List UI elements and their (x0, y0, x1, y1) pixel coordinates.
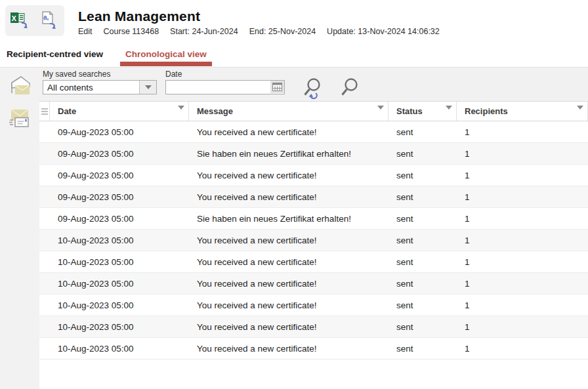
table-row[interactable]: 09-Aug-2023 05:00 Sie haben ein neues Ze… (39, 208, 588, 230)
filter-arrow-icon[interactable] (577, 110, 583, 119)
row-message: You received a new certificate! (189, 235, 388, 245)
row-recipients: 1 (457, 171, 588, 180)
row-recipients: 1 (457, 279, 588, 289)
table-row[interactable]: 10-Aug-2023 05:00 You received a new cer… (39, 338, 588, 359)
column-header-status[interactable]: Status (388, 102, 457, 121)
calendar-icon[interactable] (270, 81, 284, 93)
table-row[interactable]: 10-Aug-2023 05:00 You received a new cer… (39, 295, 588, 316)
saved-searches-field: My saved searches All contents (43, 70, 157, 94)
row-status: sent (388, 279, 457, 289)
row-recipients: 1 (457, 300, 588, 310)
row-status: sent (388, 322, 457, 332)
search-button[interactable] (340, 77, 360, 101)
row-status: sent (388, 192, 457, 202)
row-date: 10-Aug-2023 05:00 (50, 279, 189, 289)
edit-link[interactable]: Edit (78, 27, 93, 36)
row-status: sent (388, 171, 457, 180)
course-end: End: 25-Nov-2024 (249, 27, 316, 36)
row-message: You received a new certificate! (189, 322, 388, 332)
row-status: sent (388, 149, 457, 159)
sidebar-item-new-message[interactable] (5, 73, 34, 101)
table-row[interactable]: 10-Aug-2023 05:00 You received a new cer… (39, 251, 588, 273)
row-recipients: 1 (457, 127, 588, 137)
row-date: 09-Aug-2023 05:00 (50, 171, 189, 180)
table-row[interactable]: 09-Aug-2023 05:00 Sie haben ein neues Ze… (39, 143, 588, 165)
chevron-down-icon[interactable] (139, 81, 156, 94)
row-date: 09-Aug-2023 05:00 (50, 214, 189, 224)
row-recipients: 1 (457, 322, 588, 332)
row-message: You received a new certificate! (189, 279, 388, 289)
search-icon (340, 91, 360, 101)
row-status: sent (388, 257, 457, 267)
saved-searches-value: All contents (43, 81, 139, 94)
table-row[interactable]: 10-Aug-2023 05:00 You received a new cer… (39, 273, 588, 295)
column-header-date[interactable]: Date (50, 102, 189, 121)
tab-chronological-view[interactable]: Chronological view (119, 41, 213, 67)
course-start: Start: 24-Jun-2024 (170, 27, 238, 36)
filter-arrow-icon[interactable] (446, 110, 452, 119)
text-export-icon: a, (39, 10, 59, 31)
row-status: sent (388, 300, 457, 310)
course-update: Update: 13-Nov-2024 14:06:32 (327, 27, 440, 36)
row-recipients: 1 (457, 192, 588, 202)
row-recipients: 1 (457, 149, 588, 159)
row-recipients: 1 (457, 344, 588, 354)
envelope-letter-icon (7, 106, 33, 133)
saved-searches-select[interactable]: All contents (43, 80, 157, 94)
date-input[interactable] (165, 80, 285, 94)
view-tabs: Recipient-centred view Chronological vie… (0, 41, 588, 68)
row-recipients: 1 (457, 235, 588, 245)
column-label-recipients: Recipients (465, 106, 508, 116)
date-field: Date (165, 70, 285, 94)
row-date: 09-Aug-2023 05:00 (50, 192, 189, 202)
page-header: X a, Lean Management (0, 0, 588, 41)
row-message: You received a new certificate! (189, 257, 388, 267)
excel-export-icon: X (10, 10, 31, 31)
search-reset-icon (302, 91, 323, 101)
row-date: 10-Aug-2023 05:00 (50, 344, 189, 354)
svg-text:a,: a, (43, 14, 49, 21)
export-excel-button[interactable]: X (9, 10, 32, 32)
row-message: You received a new certificate! (189, 300, 388, 310)
course-meta: Edit Course 113468 Start: 24-Jun-2024 En… (78, 27, 440, 36)
search-reset-button[interactable] (302, 77, 323, 101)
filter-arrow-icon[interactable] (178, 110, 184, 119)
export-text-button[interactable]: a, (37, 10, 61, 32)
table-menu-button[interactable] (39, 102, 50, 121)
row-message: You received a new certificate! (189, 344, 388, 354)
row-date: 10-Aug-2023 05:00 (50, 257, 189, 267)
row-message: You received a new certificate! (189, 171, 388, 180)
saved-searches-label: My saved searches (43, 70, 157, 79)
sidebar-item-sent-messages[interactable] (5, 106, 34, 133)
row-status: sent (388, 344, 457, 354)
menu-icon (41, 107, 48, 116)
row-date: 09-Aug-2023 05:00 (50, 127, 189, 137)
row-message: Sie haben ein neues Zertifikat erhalten! (189, 214, 388, 224)
row-date: 10-Aug-2023 05:00 (50, 300, 189, 310)
date-label: Date (165, 70, 285, 79)
row-recipients: 1 (457, 214, 588, 224)
table-body: 09-Aug-2023 05:00 You received a new cer… (39, 121, 588, 359)
export-toolbar: X a, (5, 5, 64, 36)
table-row[interactable]: 10-Aug-2023 05:00 You received a new cer… (39, 230, 588, 251)
table-row[interactable]: 09-Aug-2023 05:00 You received a new cer… (39, 121, 588, 143)
column-label-date: Date (58, 106, 76, 116)
row-status: sent (388, 235, 457, 245)
table-row[interactable]: 09-Aug-2023 05:00 You received a new cer… (39, 186, 588, 208)
column-label-status: Status (396, 106, 423, 116)
tab-recipient-centred-view[interactable]: Recipient-centred view (0, 41, 110, 67)
filter-arrow-icon[interactable] (377, 110, 384, 119)
column-header-message[interactable]: Message (189, 102, 388, 121)
row-date: 10-Aug-2023 05:00 (50, 235, 189, 245)
sidebar (0, 68, 39, 389)
course-id: Course 113468 (104, 27, 159, 36)
row-message: Sie haben ein neues Zertifikat erhalten! (189, 149, 388, 159)
filter-bar: My saved searches All contents Date (39, 68, 588, 102)
table-row[interactable]: 10-Aug-2023 05:00 You received a new cer… (39, 316, 588, 338)
table-row[interactable]: 09-Aug-2023 05:00 You received a new cer… (39, 165, 588, 186)
row-status: sent (388, 127, 457, 137)
table-header: Date Message Status Recipients (39, 102, 588, 121)
column-header-recipients[interactable]: Recipients (457, 102, 588, 121)
column-label-message: Message (197, 106, 233, 116)
row-message: You received a new certificate! (189, 127, 388, 137)
